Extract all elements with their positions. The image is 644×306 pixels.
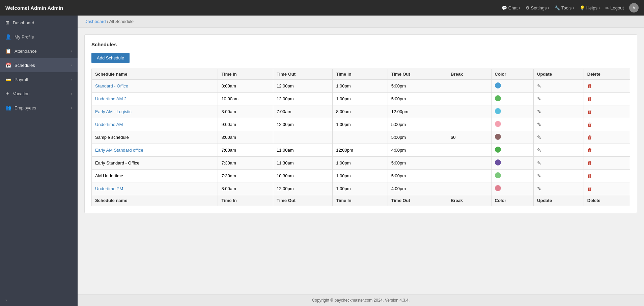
- cell-schedule-name: AM Undertime: [92, 170, 218, 182]
- delete-icon[interactable]: 🗑: [587, 186, 592, 192]
- cell-delete: 🗑: [584, 105, 630, 118]
- footer-col-break: Break: [447, 195, 491, 206]
- footer-col-time-in-1: Time In: [218, 195, 273, 206]
- sidebar: ⊞ Dashboard 👤 My Profile 📋 Attendance › …: [0, 16, 78, 306]
- nav-logout[interactable]: ⇒ Logout: [605, 5, 624, 10]
- schedule-name-link[interactable]: Undertime AM 2: [95, 96, 127, 101]
- table-body: Standard - Office8:00am12:00pm1:00pm5:00…: [92, 80, 630, 195]
- delete-icon[interactable]: 🗑: [587, 96, 592, 102]
- footer-col-delete: Delete: [584, 195, 630, 206]
- edit-icon[interactable]: ✎: [537, 147, 541, 153]
- nav-helps[interactable]: 💡 Helps ›: [580, 5, 600, 10]
- cell-time_in1: 7:30am: [218, 157, 273, 170]
- delete-icon[interactable]: 🗑: [587, 109, 592, 114]
- cell-time_in1: 7:00am: [218, 144, 273, 157]
- edit-icon[interactable]: ✎: [537, 160, 541, 166]
- cell-color: [491, 157, 534, 170]
- cell-time_out1: [273, 131, 332, 144]
- table-row: Undertime AM 210:00am12:00pm1:00pm5:00pm…: [92, 93, 630, 105]
- cell-schedule-name: Undertime AM: [92, 118, 218, 131]
- card-title: Schedules: [91, 42, 630, 47]
- cell-schedule-name: Early AM - Logistic: [92, 105, 218, 118]
- table-row: Early AM Standard office7:00am11:00am12:…: [92, 144, 630, 157]
- add-schedule-button[interactable]: Add Schedule: [91, 53, 130, 63]
- cell-time_in1: 8:00am: [218, 182, 273, 195]
- avatar[interactable]: A: [629, 3, 639, 12]
- footer-col-time-out-1: Time Out: [273, 195, 332, 206]
- payroll-chevron-icon: ›: [71, 77, 72, 81]
- attendance-chevron-icon: ›: [71, 49, 72, 53]
- schedule-name-link[interactable]: Early AM Standard office: [95, 148, 143, 153]
- cell-break: [447, 144, 491, 157]
- cell-time_in2: 12:00pm: [333, 144, 388, 157]
- sidebar-item-schedules[interactable]: 📅 Schedules ›: [0, 58, 78, 72]
- nav-right: 💬 Chat › ⚙ Settings › 🔧 Tools › 💡 Helps …: [502, 3, 639, 12]
- cell-time_in1: 8:00am: [218, 80, 273, 93]
- cell-time_out1: 11:30am: [273, 157, 332, 170]
- edit-icon[interactable]: ✎: [537, 186, 541, 192]
- col-time-in-1: Time In: [218, 69, 273, 80]
- delete-icon[interactable]: 🗑: [587, 160, 592, 166]
- delete-icon[interactable]: 🗑: [587, 173, 592, 179]
- edit-icon[interactable]: ✎: [537, 83, 541, 89]
- chat-icon: 💬: [502, 5, 507, 10]
- cell-break: [447, 80, 491, 93]
- delete-icon[interactable]: 🗑: [587, 122, 592, 127]
- sidebar-item-employees[interactable]: 👥 Employees ›: [0, 101, 78, 115]
- cell-update: ✎: [534, 80, 584, 93]
- col-time-out-2: Time Out: [388, 69, 447, 80]
- cell-schedule-name: Undertime PM: [92, 182, 218, 195]
- breadcrumb-dashboard-link[interactable]: Dashboard: [84, 19, 106, 24]
- edit-icon[interactable]: ✎: [537, 109, 541, 114]
- schedule-name-link[interactable]: Early AM - Logistic: [95, 109, 132, 114]
- sidebar-item-attendance[interactable]: 📋 Attendance ›: [0, 44, 78, 58]
- cell-time_out2: 5:00pm: [388, 131, 447, 144]
- cell-break: [447, 93, 491, 105]
- cell-time_out2: 5:00pm: [388, 170, 447, 182]
- color-dot: [495, 108, 501, 114]
- schedule-name-link[interactable]: Undertime PM: [95, 186, 123, 191]
- edit-icon[interactable]: ✎: [537, 173, 541, 179]
- logout-icon: ⇒: [605, 5, 609, 10]
- cell-time_out1: 12:00pm: [273, 93, 332, 105]
- cell-time_out2: 4:00pm: [388, 144, 447, 157]
- cell-schedule-name: Sample schedule: [92, 131, 218, 144]
- cell-color: [491, 80, 534, 93]
- nav-chat[interactable]: 💬 Chat ›: [502, 5, 520, 10]
- cell-time_in1: 7:30am: [218, 170, 273, 182]
- schedules-card: Schedules Add Schedule Schedule name Tim…: [84, 34, 637, 213]
- cell-time_in1: 8:00am: [218, 131, 273, 144]
- footer-col-update: Update: [534, 195, 584, 206]
- table-row: Sample schedule8:00am5:00pm60✎🗑: [92, 131, 630, 144]
- cell-time_in2: 8:00am: [333, 105, 388, 118]
- cell-delete: 🗑: [584, 170, 630, 182]
- color-dot: [495, 185, 501, 191]
- sidebar-item-vacation[interactable]: ✈ Vacation ›: [0, 86, 78, 101]
- delete-icon[interactable]: 🗑: [587, 134, 592, 140]
- cell-time_in1: 3:00am: [218, 105, 273, 118]
- edit-icon[interactable]: ✎: [537, 134, 541, 140]
- color-dot: [495, 95, 501, 101]
- nav-settings[interactable]: ⚙ Settings ›: [526, 5, 549, 10]
- sidebar-item-my-profile[interactable]: 👤 My Profile: [0, 30, 78, 44]
- nav-tools[interactable]: 🔧 Tools ›: [555, 5, 574, 10]
- cell-break: [447, 157, 491, 170]
- cell-time_out2: 5:00pm: [388, 157, 447, 170]
- cell-time_out1: 7:00am: [273, 105, 332, 118]
- cell-delete: 🗑: [584, 182, 630, 195]
- sidebar-item-payroll[interactable]: 💳 Payroll ›: [0, 72, 78, 86]
- schedule-name-link[interactable]: Undertime AM: [95, 122, 123, 127]
- chat-chevron-icon: ›: [519, 6, 520, 10]
- sidebar-item-dashboard[interactable]: ⊞ Dashboard: [0, 16, 78, 30]
- schedules-table: Schedule name Time In Time Out Time In T…: [91, 69, 630, 206]
- sidebar-collapse-button[interactable]: ‹: [0, 293, 78, 306]
- delete-icon[interactable]: 🗑: [587, 83, 592, 89]
- color-dot: [495, 159, 501, 165]
- delete-icon[interactable]: 🗑: [587, 147, 592, 153]
- edit-icon[interactable]: ✎: [537, 122, 541, 127]
- edit-icon[interactable]: ✎: [537, 96, 541, 102]
- schedule-name-link[interactable]: Standard - Office: [95, 83, 128, 88]
- cell-time_out2: 4:00pm: [388, 182, 447, 195]
- cell-color: [491, 131, 534, 144]
- table-row: Undertime AM9:00am12:00pm1:00pm5:00pm✎🗑: [92, 118, 630, 131]
